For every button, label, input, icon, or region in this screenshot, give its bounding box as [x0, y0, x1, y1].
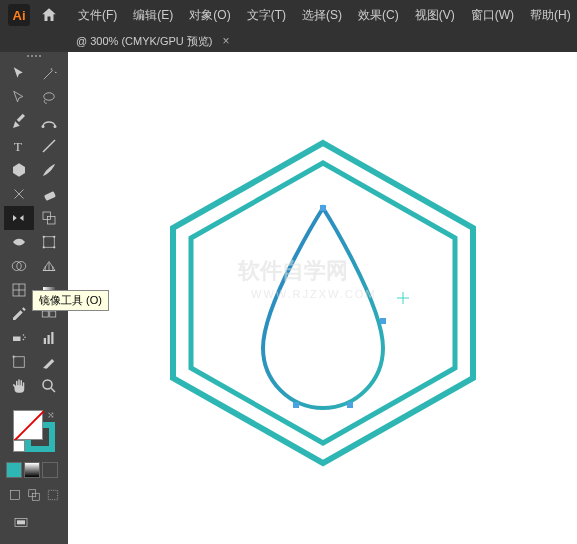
paintbrush-tool-icon[interactable] — [34, 158, 64, 182]
tab-close-button[interactable]: × — [222, 34, 229, 48]
svg-rect-26 — [44, 338, 46, 344]
svg-rect-20 — [42, 311, 48, 317]
eyedropper-tool-icon[interactable] — [4, 302, 34, 326]
color-mode-row — [0, 458, 68, 482]
fill-color-swatch[interactable] — [13, 410, 43, 440]
menu-window[interactable]: 窗口(W) — [465, 3, 520, 28]
svg-rect-9 — [44, 237, 55, 248]
line-tool-icon[interactable] — [34, 134, 64, 158]
curvature-tool-icon[interactable] — [34, 110, 64, 134]
mesh-tool-icon[interactable] — [4, 278, 34, 302]
menu-help[interactable]: 帮助(H) — [524, 3, 577, 28]
lasso-tool-icon[interactable] — [34, 86, 64, 110]
screen-mode-row — [0, 508, 68, 538]
svg-point-23 — [23, 334, 25, 336]
home-icon[interactable] — [38, 4, 60, 26]
perspective-grid-tool-icon[interactable] — [34, 254, 64, 278]
menu-bar: 文件(F) 编辑(E) 对象(O) 文字(T) 选择(S) 效果(C) 视图(V… — [72, 3, 577, 28]
svg-text:T: T — [14, 139, 23, 154]
column-graph-tool-icon[interactable] — [34, 326, 64, 350]
svg-rect-28 — [51, 332, 53, 344]
symbol-sprayer-tool-icon[interactable] — [4, 326, 34, 350]
reflect-tool-icon[interactable] — [4, 206, 34, 230]
svg-rect-22 — [13, 337, 21, 342]
svg-rect-21 — [50, 311, 56, 317]
menu-view[interactable]: 视图(V) — [409, 3, 461, 28]
anchor-point-top — [320, 205, 326, 211]
menu-file[interactable]: 文件(F) — [72, 3, 123, 28]
draw-behind-icon[interactable] — [25, 486, 42, 504]
screen-mode-icon[interactable] — [6, 512, 36, 534]
shape-tool-icon[interactable] — [4, 158, 34, 182]
watermark-text-2: WWW.RJZXW.COM — [251, 288, 377, 300]
magic-wand-tool-icon[interactable] — [34, 62, 64, 86]
svg-point-32 — [43, 380, 52, 389]
svg-point-1 — [42, 125, 45, 128]
svg-rect-8 — [48, 217, 56, 225]
draw-normal-icon[interactable] — [6, 486, 23, 504]
shaper-tool-icon[interactable] — [4, 182, 34, 206]
panel-grip[interactable] — [0, 52, 68, 60]
direct-selection-tool-icon[interactable] — [4, 86, 34, 110]
tooltip: 镜像工具 (O) — [32, 290, 109, 311]
titlebar: Ai 文件(F) 编辑(E) 对象(O) 文字(T) 选择(S) 效果(C) 视… — [0, 0, 577, 30]
menu-select[interactable]: 选择(S) — [296, 3, 348, 28]
draw-inside-icon[interactable] — [45, 486, 62, 504]
selection-tool-icon[interactable] — [4, 62, 34, 86]
slice-tool-icon[interactable] — [34, 350, 64, 374]
document-tabbar: @ 300% (CMYK/GPU 预览) × — [0, 30, 577, 52]
svg-rect-37 — [49, 490, 58, 499]
watermark-text-1: 软件自学网 — [237, 258, 348, 283]
menu-effect[interactable]: 效果(C) — [352, 3, 405, 28]
pen-tool-icon[interactable] — [4, 110, 34, 134]
svg-rect-27 — [48, 335, 50, 344]
free-transform-tool-icon[interactable] — [34, 230, 64, 254]
svg-point-12 — [43, 246, 45, 248]
anchor-point-bl — [293, 402, 299, 408]
water-drop-shape — [263, 208, 383, 408]
svg-point-2 — [54, 125, 57, 128]
color-mode-none-icon[interactable] — [42, 462, 58, 478]
menu-type[interactable]: 文字(T) — [241, 3, 292, 28]
scale-tool-icon[interactable] — [34, 206, 64, 230]
svg-rect-29 — [14, 357, 25, 368]
eraser-tool-icon[interactable] — [34, 182, 64, 206]
svg-rect-6 — [44, 191, 56, 201]
menu-edit[interactable]: 编辑(E) — [127, 3, 179, 28]
svg-line-33 — [51, 388, 55, 392]
fill-stroke-swatches[interactable]: ⤭ — [13, 410, 55, 452]
artwork-hexagon: 软件自学网 WWW.RJZXW.COM — [143, 128, 503, 468]
svg-point-13 — [53, 246, 55, 248]
canvas-area[interactable]: 软件自学网 WWW.RJZXW.COM — [68, 52, 577, 544]
svg-rect-34 — [10, 490, 19, 499]
zoom-tool-icon[interactable] — [34, 374, 64, 398]
svg-point-10 — [43, 236, 45, 238]
width-tool-icon[interactable] — [4, 230, 34, 254]
svg-marker-5 — [13, 163, 25, 177]
draw-mode-row — [0, 482, 68, 508]
none-fill-indicator — [13, 410, 44, 441]
svg-point-0 — [44, 93, 55, 101]
anchor-point-br — [347, 402, 353, 408]
artboard-tool-icon[interactable] — [4, 350, 34, 374]
hand-tool-icon[interactable] — [4, 374, 34, 398]
svg-point-24 — [24, 337, 26, 339]
type-tool-icon[interactable]: T — [4, 134, 34, 158]
app-logo: Ai — [8, 4, 30, 26]
document-tab-title[interactable]: @ 300% (CMYK/GPU 预览) — [76, 34, 212, 49]
svg-line-4 — [43, 140, 55, 152]
swap-colors-icon[interactable]: ⤭ — [47, 410, 55, 420]
anchor-point-right — [380, 318, 386, 324]
hexagon-outer — [173, 143, 473, 463]
color-mode-solid-icon[interactable] — [6, 462, 22, 478]
svg-rect-7 — [43, 212, 51, 220]
color-mode-gradient-icon[interactable] — [24, 462, 40, 478]
menu-object[interactable]: 对象(O) — [183, 3, 236, 28]
default-colors-icon[interactable] — [13, 440, 25, 452]
shape-builder-tool-icon[interactable] — [4, 254, 34, 278]
svg-point-25 — [23, 339, 25, 341]
color-section: ⤭ — [0, 404, 68, 458]
center-crosshair — [397, 292, 409, 304]
toolbox-panel: T ⤭ — [0, 52, 68, 544]
svg-point-11 — [53, 236, 55, 238]
